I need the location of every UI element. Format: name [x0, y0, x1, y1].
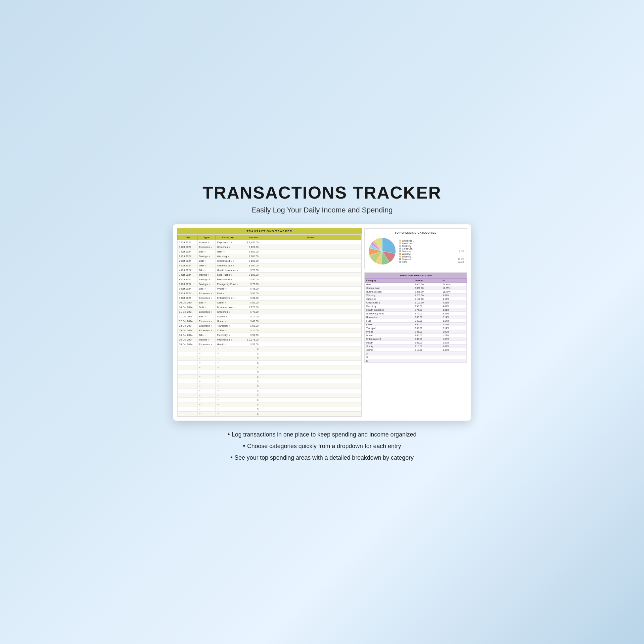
cell-type[interactable]: Expenses ▼ — [198, 296, 216, 300]
cell-amount: $ 40.00 — [240, 319, 260, 324]
cell-category[interactable]: Wedding ▼ — [216, 254, 240, 259]
cell-category[interactable]: Health Insurance ▼ — [216, 268, 240, 273]
cell-category[interactable]: Phone ▼ — [216, 287, 240, 291]
cell-category[interactable]: Electricity ▼ — [216, 333, 240, 338]
cell-notes[interactable] — [260, 338, 361, 342]
cell-type[interactable]: Expenses ▼ — [198, 328, 216, 333]
breakdown-row: Coffee $ 10.00 0.43% — [365, 348, 467, 352]
cell-date: 12 Oct 2024 — [178, 319, 198, 324]
cell-notes[interactable] — [260, 268, 361, 273]
cell-notes[interactable] — [260, 314, 361, 319]
cell-notes[interactable] — [260, 282, 361, 287]
cell-notes[interactable] — [260, 287, 361, 291]
breakdown-amount: $ 75.00 — [413, 312, 441, 315]
col-header-date: Date — [178, 235, 198, 240]
cell-type[interactable]: Expenses ▼ — [198, 324, 216, 328]
cell-notes[interactable] — [260, 291, 361, 296]
cell-type[interactable]: Income ▼ — [198, 240, 216, 245]
cell-notes[interactable] — [260, 333, 361, 338]
cell-type[interactable]: Expenses ▼ — [198, 245, 216, 250]
breakdown-pct: 8.57% — [441, 294, 467, 297]
cell-category[interactable]: Cable ▼ — [216, 300, 240, 305]
cell-type[interactable]: Expenses ▼ — [198, 342, 216, 347]
cell-amount: $ 300.00 — [240, 263, 260, 268]
breakdown-pct — [441, 359, 467, 363]
pie-segment — [382, 238, 396, 254]
cell-category[interactable]: Student Loan ▼ — [216, 263, 240, 268]
cell-category[interactable]: Entertainment ▼ — [216, 296, 240, 300]
legend-item: Wedding — [399, 253, 464, 255]
cell-notes[interactable] — [260, 259, 361, 263]
cell-type[interactable]: Savings ▼ — [198, 254, 216, 259]
breakdown-amount: $ 50.00 — [413, 323, 441, 326]
cell-category[interactable]: Renovation ▼ — [216, 277, 240, 282]
cell-type[interactable]: Bills ▼ — [198, 250, 216, 254]
table-row-empty: ▼ ▼ $ — [178, 356, 361, 361]
cell-amount: $ 95.00 — [240, 333, 260, 338]
cell-notes[interactable] — [260, 240, 361, 245]
cell-type[interactable]: Bills ▼ — [198, 268, 216, 273]
cell-type[interactable]: Bills ▼ — [198, 287, 216, 291]
cell-category[interactable]: Side Hustle ▼ — [216, 273, 240, 277]
cell-notes[interactable] — [260, 310, 361, 314]
cell-category[interactable]: Home ▼ — [216, 319, 240, 324]
legend-pct: 12.9% — [457, 258, 464, 260]
cell-category[interactable]: Credit Card 1 ▼ — [216, 259, 240, 263]
cell-category[interactable]: Rent ▼ — [216, 250, 240, 254]
cell-type[interactable]: Income ▼ — [198, 338, 216, 342]
cell-category[interactable]: Coffee ▼ — [216, 328, 240, 333]
cell-amount: $ 100.00 — [240, 259, 260, 263]
breakdown-pct: 2.14% — [441, 319, 467, 323]
cell-amount: $ 50.00 — [240, 300, 260, 305]
table-row: 16 Oct 2024 Income ▼ Paycheck 2 ▼ $ 2,07… — [178, 338, 361, 342]
breakdown-row: Emergency Fund $ 75.00 3.21% — [365, 312, 467, 315]
cell-type[interactable]: Bills ▼ — [198, 333, 216, 338]
cell-notes[interactable] — [260, 342, 361, 347]
cell-category[interactable]: Groceries ▼ — [216, 245, 240, 250]
cell-type[interactable]: Debt ▼ — [198, 305, 216, 310]
table-row: 2 Oct 2024 Savings ▼ Wedding ▼ $ 200.00 — [178, 254, 361, 259]
cell-type[interactable]: Debt ▼ — [198, 263, 216, 268]
breakdown-amount: $ 35.00 — [413, 337, 441, 341]
cell-amount: $ 2,450.00 — [240, 240, 260, 245]
cell-notes[interactable] — [260, 245, 361, 250]
cell-category[interactable]: Fuel ▼ — [216, 291, 240, 296]
cell-category[interactable]: Paycheck 2 ▼ — [216, 338, 240, 342]
cell-type[interactable]: Savings ▼ — [198, 277, 216, 282]
cell-category[interactable]: Groceries ▼ — [216, 310, 240, 314]
cell-category[interactable]: Paycheck 1 ▼ — [216, 240, 240, 245]
subtitle: Easily Log Your Daily Income and Spendin… — [252, 206, 393, 214]
cell-category[interactable]: Health ▼ — [216, 342, 240, 347]
cell-notes[interactable] — [260, 277, 361, 282]
cell-notes[interactable] — [260, 263, 361, 268]
cell-date: 11 Oct 2024 — [178, 310, 198, 314]
cell-type[interactable]: Bills ▼ — [198, 300, 216, 305]
cell-notes[interactable] — [260, 300, 361, 305]
cell-category[interactable]: Transport ▼ — [216, 324, 240, 328]
breakdown-amount: $ 300.00 — [413, 286, 441, 290]
cell-category[interactable]: Spotify ▼ — [216, 314, 240, 319]
cell-type[interactable]: Expenses ▼ — [198, 310, 216, 314]
cell-type[interactable]: Bills ▼ — [198, 314, 216, 319]
table-row: 13 Oct 2024 Expenses ▼ Transport ▼ $ 50.… — [178, 324, 361, 328]
cell-notes[interactable] — [260, 328, 361, 333]
cell-notes[interactable] — [260, 305, 361, 310]
bullet-item: Choose categories quickly from a dropdow… — [173, 442, 471, 450]
cell-amount: $ 70.00 — [240, 310, 260, 314]
cell-type[interactable]: Expenses ▼ — [198, 319, 216, 324]
cell-notes[interactable] — [260, 273, 361, 277]
cell-type[interactable]: Income ▼ — [198, 273, 216, 277]
legend-dot — [399, 245, 401, 247]
cell-notes[interactable] — [260, 254, 361, 259]
legend-label: Business... — [402, 255, 413, 258]
cell-type[interactable]: Savings ▼ — [198, 282, 216, 287]
legend-item: Student L... 12.9% — [399, 258, 464, 260]
cell-notes[interactable] — [260, 324, 361, 328]
cell-type[interactable]: Debt ▼ — [198, 259, 216, 263]
cell-notes[interactable] — [260, 296, 361, 300]
cell-type[interactable]: Expenses ▼ — [198, 291, 216, 296]
cell-notes[interactable] — [260, 319, 361, 324]
cell-notes[interactable] — [260, 250, 361, 254]
cell-category[interactable]: Business Loan ▼ — [216, 305, 240, 310]
cell-category[interactable]: Emergency Fund ▼ — [216, 282, 240, 287]
